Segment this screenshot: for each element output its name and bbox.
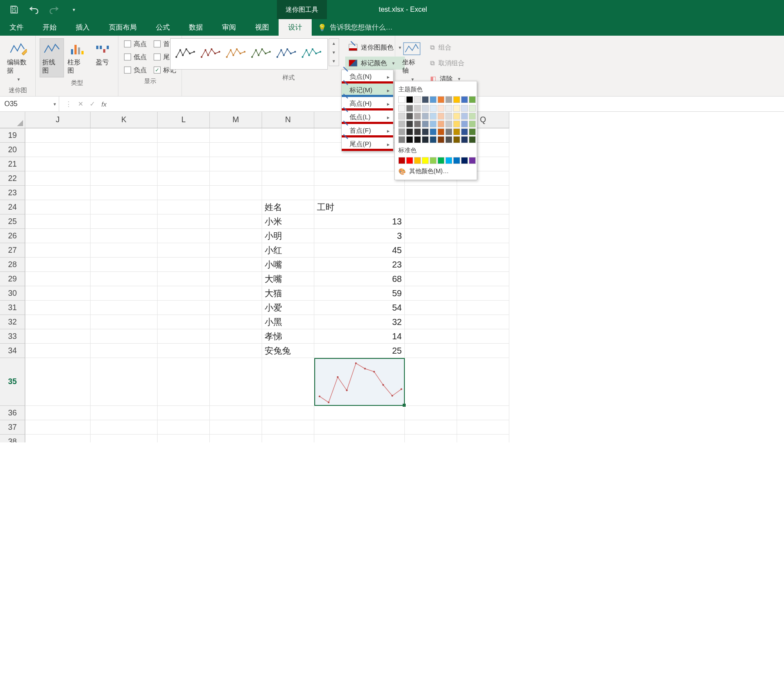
color-swatch[interactable]: [437, 105, 444, 112]
row-header[interactable]: 30: [0, 286, 25, 301]
ungroup-button[interactable]: ⧉取消组合: [427, 57, 468, 70]
color-swatch[interactable]: [406, 96, 413, 103]
color-swatch[interactable]: [398, 128, 405, 135]
row-header[interactable]: 34: [0, 344, 25, 358]
cell[interactable]: 安兔兔: [262, 344, 314, 358]
menu-item-highpoint[interactable]: 高点(H)▸: [342, 97, 393, 110]
row-header[interactable]: 19: [0, 128, 25, 143]
cancel-icon[interactable]: ✕: [78, 100, 84, 108]
color-swatch[interactable]: [406, 113, 413, 120]
tab-view[interactable]: 视图: [246, 19, 279, 36]
tab-pagelayout[interactable]: 页面布局: [99, 19, 146, 36]
cell[interactable]: 小黑: [262, 315, 314, 329]
column-header[interactable]: J: [25, 112, 91, 128]
style-thumb-2[interactable]: [200, 47, 222, 60]
color-swatch[interactable]: [406, 136, 413, 143]
color-swatch[interactable]: [414, 120, 421, 127]
cell[interactable]: 54: [314, 301, 405, 315]
cell[interactable]: 大猫: [262, 286, 314, 301]
color-swatch[interactable]: [422, 96, 429, 103]
color-swatch[interactable]: [445, 113, 452, 120]
color-swatch[interactable]: [398, 113, 405, 120]
row-header[interactable]: 21: [0, 157, 25, 171]
cell[interactable]: 13: [314, 214, 405, 229]
undo-button[interactable]: [28, 3, 40, 16]
color-swatch[interactable]: [453, 105, 460, 112]
color-swatch[interactable]: [422, 105, 429, 112]
color-swatch[interactable]: [437, 96, 444, 103]
row-header[interactable]: 26: [0, 229, 25, 243]
color-swatch[interactable]: [414, 96, 421, 103]
row-header[interactable]: 37: [0, 420, 25, 435]
color-swatch[interactable]: [445, 105, 452, 112]
color-swatch[interactable]: [469, 113, 476, 120]
style-thumb-6[interactable]: [301, 47, 323, 60]
style-thumb-4[interactable]: [251, 47, 273, 60]
cell[interactable]: 14: [314, 329, 405, 344]
color-swatch[interactable]: [414, 157, 421, 164]
column-header[interactable]: N: [262, 112, 314, 128]
enter-icon[interactable]: ✓: [90, 100, 95, 108]
color-swatch[interactable]: [445, 96, 452, 103]
color-swatch[interactable]: [437, 136, 444, 143]
column-header[interactable]: K: [91, 112, 158, 128]
color-swatch[interactable]: [437, 113, 444, 120]
cell[interactable]: 25: [314, 344, 405, 358]
cell[interactable]: 小爱: [262, 301, 314, 315]
style-thumb-5[interactable]: [276, 47, 298, 60]
qat-customize[interactable]: ▾: [68, 3, 80, 16]
color-swatch[interactable]: [445, 120, 452, 127]
row-header[interactable]: 24: [0, 200, 25, 214]
color-swatch[interactable]: [437, 128, 444, 135]
tab-insert[interactable]: 插入: [66, 19, 99, 36]
color-swatch[interactable]: [461, 136, 468, 143]
color-swatch[interactable]: [430, 120, 437, 127]
cell[interactable]: 大嘴: [262, 272, 314, 286]
color-swatch[interactable]: [398, 136, 405, 143]
select-all-triangle[interactable]: [0, 112, 25, 128]
row-header[interactable]: 27: [0, 243, 25, 258]
color-swatch[interactable]: [453, 128, 460, 135]
color-swatch[interactable]: [453, 120, 460, 127]
cell[interactable]: 小嘴: [262, 258, 314, 272]
color-swatch[interactable]: [461, 105, 468, 112]
color-swatch[interactable]: [406, 105, 413, 112]
checkbox-negative[interactable]: 负点: [124, 64, 147, 76]
color-swatch[interactable]: [422, 128, 429, 135]
sparkline-cell[interactable]: [314, 358, 405, 406]
style-thumb-1[interactable]: [175, 47, 197, 60]
color-swatch[interactable]: [461, 113, 468, 120]
cell[interactable]: 小米: [262, 214, 314, 229]
cell[interactable]: 59: [314, 286, 405, 301]
name-box[interactable]: O35▾: [0, 97, 59, 111]
row-header[interactable]: 20: [0, 143, 25, 157]
tab-data[interactable]: 数据: [179, 19, 212, 36]
spreadsheet-grid[interactable]: JKLMNOPQ 1920212223242526272829303132333…: [0, 112, 784, 442]
color-swatch[interactable]: [437, 120, 444, 127]
color-swatch[interactable]: [430, 157, 437, 164]
redo-button[interactable]: [48, 3, 60, 16]
color-swatch[interactable]: [461, 96, 468, 103]
color-swatch[interactable]: [430, 105, 437, 112]
save-button[interactable]: [8, 3, 20, 16]
color-swatch[interactable]: [414, 105, 421, 112]
color-swatch[interactable]: [453, 136, 460, 143]
color-swatch[interactable]: [445, 157, 452, 164]
color-swatch[interactable]: [398, 120, 405, 127]
row-header[interactable]: 22: [0, 171, 25, 186]
color-swatch[interactable]: [430, 113, 437, 120]
menu-item-negative[interactable]: 负点(N)▸: [342, 70, 393, 84]
column-header[interactable]: M: [210, 112, 262, 128]
cell[interactable]: 3: [314, 229, 405, 243]
color-swatch[interactable]: [414, 128, 421, 135]
tab-formulas[interactable]: 公式: [146, 19, 179, 36]
style-gallery[interactable]: [170, 38, 328, 70]
row-header[interactable]: 36: [0, 406, 25, 420]
color-swatch[interactable]: [414, 136, 421, 143]
row-header[interactable]: 28: [0, 258, 25, 272]
cell[interactable]: 孝悌: [262, 329, 314, 344]
color-swatch[interactable]: [453, 96, 460, 103]
row-header[interactable]: 33: [0, 329, 25, 344]
color-swatch[interactable]: [422, 136, 429, 143]
tell-me-search[interactable]: 💡 告诉我您想做什么…: [312, 19, 399, 36]
